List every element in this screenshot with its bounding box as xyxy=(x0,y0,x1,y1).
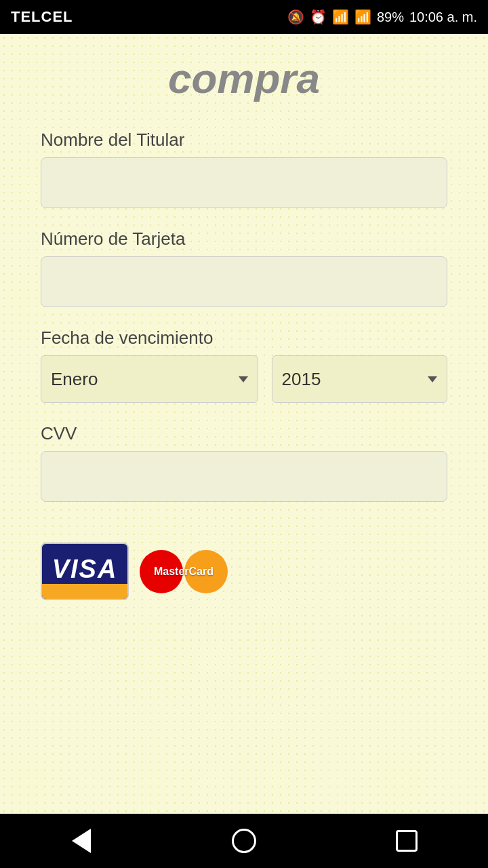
visa-text: VISA xyxy=(52,555,118,584)
status-bar: TELCEL 🔕 ⏰ 📶 📶 89% 10:06 a. m. xyxy=(0,0,488,34)
date-row: Enero Febrero Marzo Abril Mayo Junio Jul… xyxy=(41,355,447,403)
alarm-icon: ⏰ xyxy=(310,9,327,25)
mute-icon: 🔕 xyxy=(287,9,304,25)
main-content: compra Nombre del Titular Número de Tarj… xyxy=(0,34,488,814)
tarjeta-input[interactable] xyxy=(41,256,447,307)
page-title: compra xyxy=(41,54,447,102)
status-icons: 🔕 ⏰ 📶 📶 89% 10:06 a. m. xyxy=(287,9,477,25)
carrier-label: TELCEL xyxy=(11,8,73,26)
home-button[interactable] xyxy=(227,824,261,858)
fecha-group: Fecha de vencimiento Enero Febrero Marzo… xyxy=(41,328,447,403)
tarjeta-group: Número de Tarjeta xyxy=(41,229,447,307)
signal-icon: 📶 xyxy=(354,9,371,25)
time-label: 10:06 a. m. xyxy=(409,9,477,25)
nombre-group: Nombre del Titular xyxy=(41,130,447,208)
year-select[interactable]: 2015 2016 2017 2018 2019 2020 2021 2022 … xyxy=(272,355,447,403)
nombre-input[interactable] xyxy=(41,157,447,208)
mastercard-text: MasterCard xyxy=(154,565,214,578)
recents-icon xyxy=(396,830,418,852)
month-select[interactable]: Enero Febrero Marzo Abril Mayo Junio Jul… xyxy=(41,355,258,403)
wifi-icon: 📶 xyxy=(332,9,349,25)
fecha-label: Fecha de vencimiento xyxy=(41,328,447,349)
mastercard-logo: MasterCard xyxy=(140,542,228,600)
visa-logo: VISA xyxy=(41,542,129,600)
nombre-label: Nombre del Titular xyxy=(41,130,447,151)
battery-label: 89% xyxy=(377,9,404,25)
home-icon xyxy=(232,829,256,853)
recents-button[interactable] xyxy=(390,824,424,858)
nav-bar xyxy=(0,814,488,868)
cvv-input[interactable] xyxy=(41,451,447,502)
cvv-group: CVV xyxy=(41,423,447,502)
card-logos: VISA MasterCard xyxy=(41,542,447,600)
tarjeta-label: Número de Tarjeta xyxy=(41,229,447,250)
back-button[interactable] xyxy=(64,824,98,858)
cvv-label: CVV xyxy=(41,423,447,444)
back-icon xyxy=(72,829,91,853)
